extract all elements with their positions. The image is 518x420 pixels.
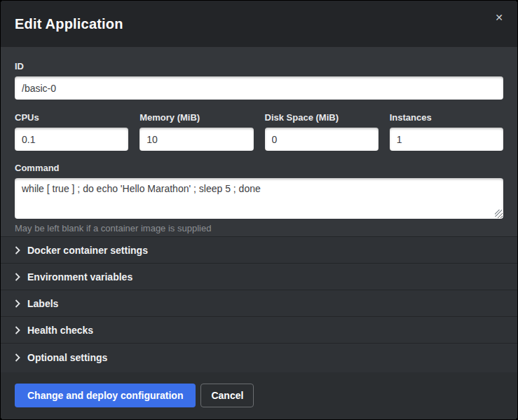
command-field-group: Command while [ true ] ; do echo 'Hello … [15,163,503,233]
modal-footer: Change and deploy configuration Cancel [1,372,517,419]
disk-input[interactable] [265,128,379,151]
command-textarea-wrap: while [ true ] ; do echo 'Hello Marathon… [15,178,503,219]
instances-input[interactable] [390,128,503,151]
section-health-checks[interactable]: Health checks [1,317,517,344]
section-label: Labels [27,298,58,309]
application-form: ID CPUs Memory (MiB) Disk Space (MiB) In… [1,47,517,236]
id-label: ID [15,61,503,72]
section-label: Optional settings [27,352,107,363]
cpus-label: CPUs [15,112,128,123]
section-label: Health checks [27,325,93,336]
instances-field-group: Instances [390,112,503,151]
chevron-right-icon [15,299,20,308]
cpus-field-group: CPUs [15,112,128,151]
id-input[interactable] [15,76,503,100]
section-docker-container-settings[interactable]: Docker container settings [1,237,517,264]
modal-header: Edit Application ✕ [1,1,517,47]
disk-field-group: Disk Space (MiB) [265,112,379,151]
memory-field-group: Memory (MiB) [139,112,253,151]
disk-label: Disk Space (MiB) [265,112,379,123]
command-help-text: May be left blank if a container image i… [15,223,503,233]
section-optional-settings[interactable]: Optional settings [1,344,517,371]
section-environment-variables[interactable]: Environment variables [1,264,517,290]
resources-row: CPUs Memory (MiB) Disk Space (MiB) Insta… [15,112,503,151]
cancel-button[interactable]: Cancel [200,384,254,407]
memory-input[interactable] [139,128,253,151]
command-textarea[interactable]: while [ true ] ; do echo 'Hello Marathon… [15,178,503,219]
chevron-right-icon [15,273,20,281]
command-label: Command [15,163,503,173]
modal-title: Edit Application [15,16,123,32]
chevron-right-icon [15,246,20,255]
close-icon[interactable]: ✕ [492,11,506,25]
section-labels[interactable]: Labels [1,290,517,317]
change-and-deploy-button[interactable]: Change and deploy configuration [15,384,196,407]
cpus-input[interactable] [15,128,128,151]
instances-label: Instances [390,112,503,123]
collapsible-sections: Docker container settings Environment va… [1,236,517,372]
id-field-group: ID [15,61,503,100]
chevron-right-icon [15,326,20,334]
section-label: Environment variables [27,271,132,283]
memory-label: Memory (MiB) [139,112,253,123]
chevron-right-icon [15,353,20,362]
edit-application-modal: Edit Application ✕ ID CPUs Memory (MiB) … [0,0,518,420]
section-label: Docker container settings [27,245,148,256]
